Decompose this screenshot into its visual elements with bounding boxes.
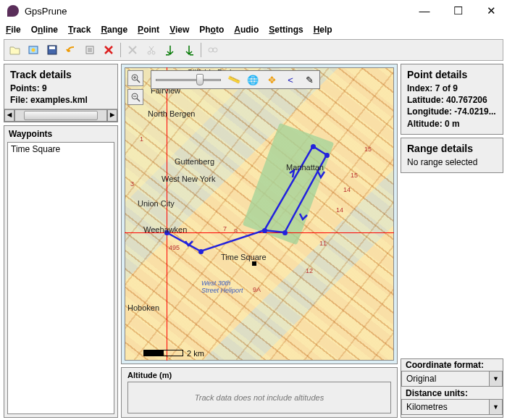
scroll-right-button[interactable]: ▶ bbox=[107, 109, 117, 122]
svg-rect-3 bbox=[49, 46, 55, 49]
toolbar bbox=[4, 39, 503, 61]
map-toolbar: 📏 🌐 ✥ < ✎ bbox=[151, 70, 320, 89]
delete-range-button bbox=[125, 43, 140, 57]
map-layer-button[interactable]: 🌐 bbox=[247, 74, 259, 85]
opacity-slider[interactable] bbox=[156, 75, 221, 85]
menu-help[interactable]: Help bbox=[314, 25, 332, 35]
point-details-panel: Point details Index: 7 of 9 Latitude: 40… bbox=[401, 64, 503, 135]
compress-button[interactable] bbox=[83, 43, 97, 57]
cut-button bbox=[144, 43, 159, 57]
menu-audio[interactable]: Audio bbox=[234, 25, 259, 35]
point-index: Index: 7 of 9 bbox=[407, 83, 497, 94]
range-message: No range selected bbox=[407, 156, 497, 168]
menu-file[interactable]: File bbox=[6, 25, 21, 35]
save-button[interactable] bbox=[45, 43, 59, 57]
svg-rect-5 bbox=[88, 48, 92, 52]
minimize-button[interactable]: — bbox=[416, 4, 433, 17]
point-alt: Altitude: 0 m bbox=[407, 118, 497, 130]
point-lon: Longitude: -74.0219... bbox=[407, 106, 497, 117]
app-title: GpsPrune bbox=[25, 6, 67, 17]
app-icon bbox=[7, 5, 19, 17]
coord-format-dropdown[interactable]: Original ▼ bbox=[401, 371, 503, 387]
svg-line-17 bbox=[137, 98, 140, 101]
menu-range[interactable]: Range bbox=[101, 25, 127, 35]
map-label: West 30thStreet Heliport bbox=[201, 280, 243, 295]
scale-bar: 2 km bbox=[143, 346, 204, 356]
menu-settings[interactable]: Settings bbox=[269, 25, 303, 35]
menu-point[interactable]: Point bbox=[138, 25, 159, 35]
menu-view[interactable]: View bbox=[169, 25, 189, 35]
track-file: File: examples.kml bbox=[10, 94, 112, 106]
add-photo-button[interactable] bbox=[26, 43, 41, 57]
altitude-panel: Altitude (m) Track data does not include… bbox=[121, 367, 398, 418]
chevron-down-icon[interactable]: ▼ bbox=[489, 400, 502, 414]
scroll-left-button[interactable]: ◀ bbox=[4, 109, 14, 122]
svg-point-11 bbox=[213, 48, 217, 52]
svg-line-13 bbox=[137, 80, 140, 83]
zoom-out-button[interactable] bbox=[127, 89, 143, 105]
distance-units-value: Kilometres bbox=[402, 400, 489, 414]
coord-format-value: Original bbox=[402, 371, 489, 386]
svg-rect-9 bbox=[190, 54, 193, 56]
range-details-title: Range details bbox=[407, 143, 497, 154]
waypoint-item[interactable]: Time Square bbox=[11, 144, 111, 154]
chevron-down-icon[interactable]: ▼ bbox=[489, 371, 502, 386]
open-file-button[interactable] bbox=[7, 43, 22, 57]
map-label: Weehawken bbox=[143, 225, 187, 234]
track-points: Points: 9 bbox=[10, 83, 112, 94]
waypoints-title: Waypoints bbox=[4, 126, 117, 142]
autopan-icon[interactable]: ✥ bbox=[266, 74, 277, 85]
map-waypoint-label: Time Square bbox=[221, 253, 267, 261]
point-lat: Latitude: 40.767206 bbox=[407, 94, 497, 106]
svg-rect-8 bbox=[166, 54, 169, 56]
zoom-in-button[interactable] bbox=[127, 70, 143, 86]
menu-track[interactable]: Track bbox=[68, 25, 91, 35]
map-label: Hoboken bbox=[127, 303, 159, 312]
scalebar-toggle-icon[interactable]: 📏 bbox=[227, 72, 242, 88]
map-label: Union City bbox=[138, 199, 175, 208]
connect-button bbox=[206, 43, 220, 57]
waypoints-list[interactable]: Time Square bbox=[7, 142, 114, 414]
menu-photo[interactable]: Photo bbox=[199, 25, 224, 35]
close-button[interactable]: ✕ bbox=[482, 4, 500, 17]
scroll-track[interactable] bbox=[14, 109, 107, 122]
svg-point-7 bbox=[152, 51, 155, 54]
connect-points-icon[interactable]: < bbox=[285, 74, 296, 85]
undo-button[interactable] bbox=[64, 43, 78, 57]
map-label: North Bergen bbox=[148, 109, 195, 118]
svg-point-6 bbox=[148, 51, 151, 54]
coord-format-label: Coordinate format: bbox=[401, 359, 503, 371]
format-panel: Coordinate format: Original ▼ Distance u… bbox=[401, 358, 503, 418]
distance-units-label: Distance units: bbox=[401, 387, 503, 399]
maximize-button[interactable]: ☐ bbox=[449, 4, 466, 17]
map-label: West New York bbox=[162, 175, 215, 183]
menubar: File Online Track Range Point View Photo… bbox=[0, 22, 507, 38]
svg-point-10 bbox=[209, 48, 213, 52]
waypoints-panel: Waypoints Time Square bbox=[4, 125, 118, 418]
scroll-thumb[interactable] bbox=[24, 111, 98, 120]
map-label: Guttenberg bbox=[175, 157, 214, 166]
track-details-panel: Track details Points: 9 File: examples.k… bbox=[4, 64, 118, 122]
select-start-button[interactable] bbox=[163, 43, 177, 57]
waypoint-marker[interactable] bbox=[252, 261, 256, 266]
select-end-button[interactable] bbox=[182, 43, 196, 57]
range-details-panel: Range details No range selected bbox=[401, 138, 503, 173]
titlebar: GpsPrune — ☐ ✕ bbox=[0, 0, 507, 22]
edit-mode-icon[interactable]: ✎ bbox=[303, 74, 315, 85]
svg-point-1 bbox=[32, 49, 35, 52]
map-label: Manhattan bbox=[286, 163, 324, 172]
delete-point-button[interactable] bbox=[101, 43, 116, 57]
menu-online[interactable]: Online bbox=[31, 25, 58, 35]
distance-units-dropdown[interactable]: Kilometres ▼ bbox=[401, 399, 503, 415]
scale-label: 2 km bbox=[187, 349, 204, 358]
point-details-title: Point details bbox=[407, 69, 497, 80]
altitude-title: Altitude (m) bbox=[127, 371, 391, 379]
altitude-empty-message: Track data does not include altitudes bbox=[127, 382, 391, 413]
map-canvas[interactable]: Cliffside Park Fairview North Bergen Gut… bbox=[121, 64, 398, 364]
track-details-title: Track details bbox=[10, 69, 112, 80]
